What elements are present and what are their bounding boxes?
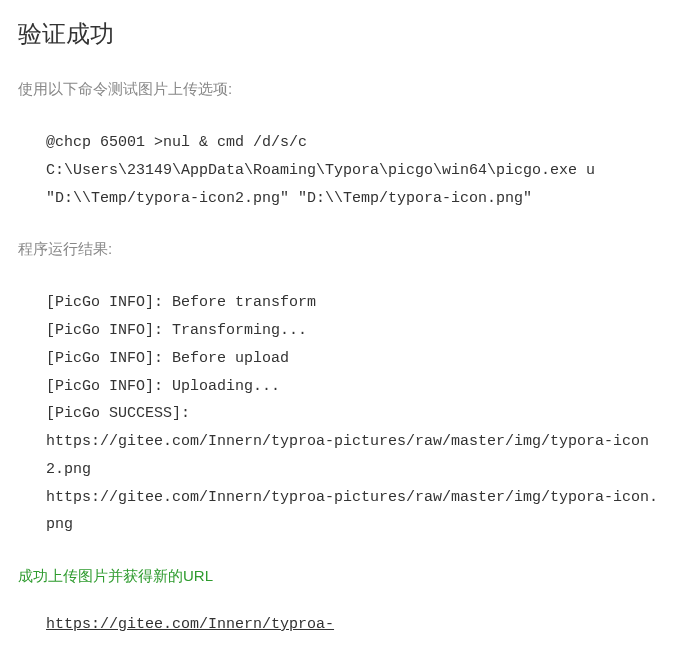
output-section-label: 程序运行结果: [18, 240, 660, 259]
command-block: @chcp 65001 >nul & cmd /d/s/c C:\Users\2… [46, 129, 660, 212]
result-url-link[interactable]: https://gitee.com/Innern/typroa- [46, 616, 660, 633]
command-section-label: 使用以下命令测试图片上传选项: [18, 80, 660, 99]
page-title: 验证成功 [18, 18, 660, 50]
success-message: 成功上传图片并获得新的URL [18, 567, 660, 586]
output-block: [PicGo INFO]: Before transform [PicGo IN… [46, 289, 660, 539]
